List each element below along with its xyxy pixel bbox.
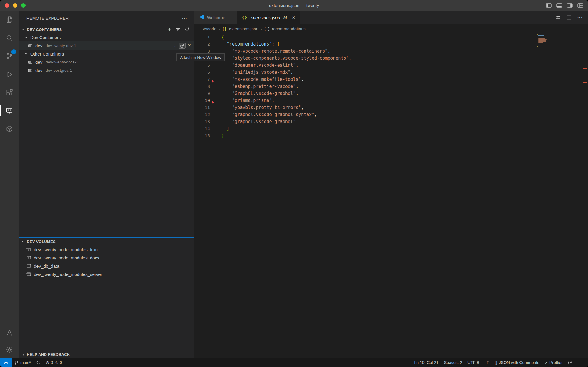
volume-row[interactable]: dev_twenty_node_modules_docs: [19, 254, 194, 262]
warning-count: 0: [60, 360, 62, 365]
close-icon[interactable]: ×: [188, 43, 191, 48]
titlebar: extensions.json — twenty: [0, 0, 588, 11]
code-area[interactable]: 1{2 "recommendations": [3 "ms-vscode-rem…: [194, 33, 588, 358]
attach-icon[interactable]: →: [172, 43, 176, 48]
breadcrumb-file[interactable]: extensions.json: [229, 26, 258, 31]
tree-item-dev-postgres[interactable]: dev dev-postgres-1: [19, 66, 194, 74]
line-number: 2: [194, 42, 210, 46]
problems-item[interactable]: ⊘ 0 ⚠ 0: [43, 358, 65, 367]
minimap[interactable]: [537, 34, 554, 47]
section-dev-containers[interactable]: DEV CONTAINERS +: [19, 26, 194, 33]
run-debug-icon[interactable]: [0, 65, 19, 83]
eol-item[interactable]: LF: [482, 358, 492, 367]
line-number: 7: [194, 77, 210, 82]
language-mode-item[interactable]: {} JSON with Comments: [492, 358, 542, 367]
section-help-and-feedback[interactable]: HELP AND FEEDBACK: [19, 351, 194, 358]
volume-row[interactable]: dev_twenty_node_modules_front: [19, 245, 194, 254]
tree-group-dev-containers[interactable]: Dev Containers: [19, 33, 194, 41]
panel-header: REMOTE EXPLORER ⋯: [19, 11, 194, 26]
breadcrumb-separator: ›: [260, 26, 262, 31]
broadcast-item[interactable]: [565, 358, 575, 367]
more-actions-icon[interactable]: ⋯: [182, 17, 187, 20]
account-icon[interactable]: [0, 324, 19, 341]
container-name: dev: [35, 43, 42, 48]
cursor-position-item[interactable]: Ln 10, Col 21: [412, 358, 441, 367]
source-control-icon[interactable]: 1: [0, 47, 19, 65]
container-description: dev-twenty-docs-1: [46, 60, 78, 64]
minimap-line: [538, 39, 547, 40]
volume-label: dev_db_data: [34, 264, 59, 269]
minimap-line: [538, 38, 546, 38]
code-line[interactable]: 1{: [194, 33, 588, 41]
toggle-primary-sidebar-icon[interactable]: [546, 3, 552, 8]
attach-new-window-icon[interactable]: [179, 43, 186, 49]
settings-gear-icon[interactable]: [0, 341, 19, 358]
volume-row[interactable]: dev_twenty_node_modules_server: [19, 270, 194, 278]
code-line[interactable]: 11 "yoavbls.pretty-ts-errors",: [194, 104, 588, 111]
git-modified-badge: M: [283, 15, 287, 20]
toggle-secondary-sidebar-icon[interactable]: [567, 3, 573, 8]
volume-icon: [26, 264, 31, 268]
code-line[interactable]: 14 ]: [194, 125, 588, 132]
remote-indicator[interactable]: ><: [0, 358, 12, 367]
code-line[interactable]: 9 "GraphQL.vscode-graphql",: [194, 90, 588, 97]
vscode-logo-icon: [199, 14, 204, 21]
code-line[interactable]: 10 "prisma.prisma",: [194, 97, 588, 104]
window-title: extensions.json — twenty: [269, 3, 319, 8]
formatter-item[interactable]: ✓ Prettier: [542, 358, 565, 367]
code-line[interactable]: 12 "graphql.vscode-graphql-syntax",: [194, 111, 588, 118]
tree-item-dev-twenty-dev[interactable]: dev dev-twenty-dev-1 → ×: [19, 41, 194, 50]
tab-label: Welcome: [207, 15, 225, 20]
zoom-window-button[interactable]: [21, 3, 26, 8]
open-changes-icon[interactable]: [555, 15, 561, 20]
close-window-button[interactable]: [5, 3, 9, 8]
more-actions-icon[interactable]: ⋯: [577, 16, 583, 19]
volume-icon: [26, 255, 31, 260]
tree-group-other-containers[interactable]: Other Containers: [19, 50, 194, 58]
remote-explorer-icon[interactable]: [0, 102, 19, 120]
code-line[interactable]: 3 "ms-vscode-remote.remote-containers",: [194, 48, 588, 55]
minimap-line: [538, 46, 539, 46]
code-line[interactable]: 2 "recommendations": [: [194, 41, 588, 48]
git-branch-item[interactable]: main*: [12, 358, 34, 367]
tab-welcome[interactable]: Welcome: [194, 11, 237, 24]
code-line[interactable]: 7 "ms-vscode.makefile-tools",: [194, 76, 588, 83]
indentation-item[interactable]: Spaces: 2: [441, 358, 465, 367]
layout-controls: [546, 0, 583, 11]
notifications-item[interactable]: [575, 358, 585, 367]
code-line[interactable]: 8 "esbenp.prettier-vscode",: [194, 83, 588, 90]
code-line[interactable]: 5 "dbaeumer.vscode-eslint",: [194, 62, 588, 69]
sidebar: REMOTE EXPLORER ⋯ DEV CONTAINERS + Dev C…: [19, 11, 194, 358]
filter-icon[interactable]: [176, 27, 180, 32]
sync-item[interactable]: [34, 358, 43, 367]
breadcrumb-folder[interactable]: .vscode: [202, 26, 216, 31]
volume-row[interactable]: dev_db_data: [19, 262, 194, 270]
encoding-item[interactable]: UTF-8: [465, 358, 482, 367]
breadcrumb-symbol[interactable]: recommendations: [272, 26, 305, 31]
split-editor-icon[interactable]: [567, 15, 572, 20]
customize-layout-icon[interactable]: [577, 3, 583, 8]
code-line[interactable]: 15}: [194, 132, 588, 139]
code-line[interactable]: 4 "styled-components.vscode-styled-compo…: [194, 55, 588, 62]
dev-containers-tree: Dev Containers dev dev-twenty-dev-1 → × …: [19, 33, 194, 238]
chevron-down-icon: [24, 35, 28, 39]
line-number: 8: [194, 84, 210, 89]
code-line[interactable]: 13 "graphql.vscode-graphql": [194, 118, 588, 125]
minimize-window-button[interactable]: [13, 3, 17, 8]
code-line[interactable]: 6 "unifiedjs.vscode-mdx",: [194, 69, 588, 76]
search-icon[interactable]: [0, 29, 19, 47]
extensions-icon[interactable]: [0, 83, 19, 102]
add-container-icon[interactable]: +: [168, 27, 171, 31]
containers-icon[interactable]: [0, 120, 19, 138]
tree-item-dev-twenty-docs[interactable]: dev dev-twenty-docs-1: [19, 58, 194, 66]
close-tab-icon[interactable]: ×: [292, 15, 295, 19]
chevron-down-icon: [21, 27, 25, 31]
branch-name: main*: [20, 360, 31, 365]
refresh-icon[interactable]: [185, 27, 189, 32]
section-dev-volumes[interactable]: DEV VOLUMES: [19, 238, 194, 245]
container-name: dev: [35, 68, 42, 73]
tab-extensions-json[interactable]: {} extensions.json M ×: [237, 11, 300, 24]
chevron-down-icon: [24, 52, 28, 56]
explorer-icon[interactable]: [0, 11, 19, 29]
toggle-panel-icon[interactable]: [556, 3, 562, 8]
